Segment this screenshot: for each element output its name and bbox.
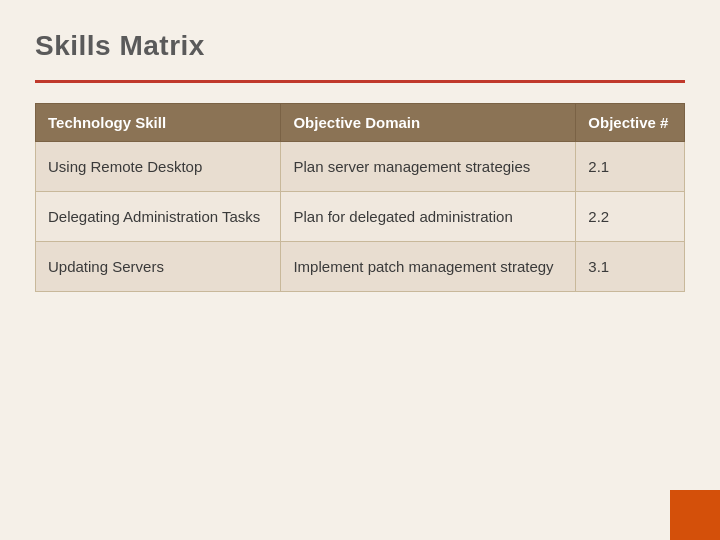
skill-cell: Updating Servers xyxy=(36,242,281,292)
col-header-number: Objective # xyxy=(576,104,685,142)
skills-matrix-table: Technology Skill Objective Domain Object… xyxy=(35,103,685,292)
title-section: Skills Matrix xyxy=(0,0,720,72)
skill-cell: Using Remote Desktop xyxy=(36,142,281,192)
number-cell: 3.1 xyxy=(576,242,685,292)
orange-square-decoration xyxy=(670,490,720,540)
table-row: Delegating Administration TasksPlan for … xyxy=(36,192,685,242)
domain-cell: Implement patch management strategy xyxy=(281,242,576,292)
col-header-domain: Objective Domain xyxy=(281,104,576,142)
skill-cell: Delegating Administration Tasks xyxy=(36,192,281,242)
number-cell: 2.2 xyxy=(576,192,685,242)
domain-cell: Plan for delegated administration xyxy=(281,192,576,242)
domain-cell: Plan server management strategies xyxy=(281,142,576,192)
table-row: Using Remote DesktopPlan server manageme… xyxy=(36,142,685,192)
title-underline xyxy=(35,80,685,83)
table-row: Updating ServersImplement patch manageme… xyxy=(36,242,685,292)
page-title: Skills Matrix xyxy=(35,30,685,62)
col-header-skill: Technology Skill xyxy=(36,104,281,142)
page-container: Skills Matrix Technology Skill Objective… xyxy=(0,0,720,540)
number-cell: 2.1 xyxy=(576,142,685,192)
table-header-row: Technology Skill Objective Domain Object… xyxy=(36,104,685,142)
table-container: Technology Skill Objective Domain Object… xyxy=(35,103,685,292)
